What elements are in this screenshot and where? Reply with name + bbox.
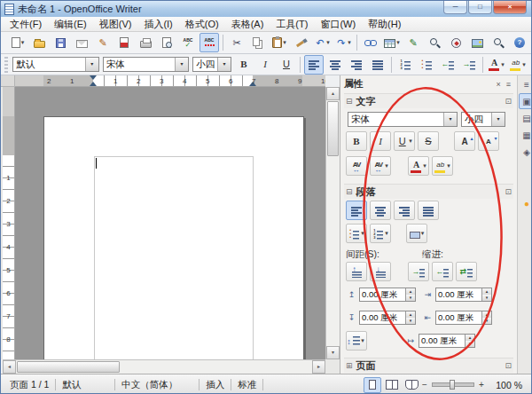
gallery-button[interactable]	[467, 33, 487, 52]
view-single-page-button[interactable]	[364, 377, 381, 393]
styles-tab-icon[interactable]: ▤	[519, 110, 532, 126]
hyperlink-button[interactable]	[361, 33, 380, 52]
spin-down-icon[interactable]: ▾	[406, 295, 415, 301]
section-page[interactable]: ⊞ 页面 ⊡	[344, 358, 513, 373]
sidebar-decrease-indent-button[interactable]	[432, 262, 453, 281]
font-name-combo[interactable]: 宋体 ▾	[103, 57, 189, 72]
grow-font-button[interactable]: A	[454, 131, 475, 151]
underline-button[interactable]: U	[277, 55, 296, 75]
spin-down-icon[interactable]: ▾	[482, 295, 491, 301]
sidebar-font-color-button[interactable]: A▾	[408, 156, 429, 176]
spin-up-icon[interactable]: ▴	[406, 311, 415, 318]
sidebar-numbered-list-button[interactable]: ▾	[370, 224, 391, 243]
status-selection-mode[interactable]: 标准	[234, 379, 260, 391]
menu-tools[interactable]: 工具(T)	[270, 17, 314, 32]
menu-format[interactable]: 格式(O)	[179, 17, 225, 32]
spin-up-icon[interactable]: ▴	[482, 288, 491, 295]
menu-insert[interactable]: 插入(I)	[137, 17, 178, 32]
copy-button[interactable]	[248, 33, 268, 52]
zoom-in-icon[interactable]: +	[478, 380, 485, 390]
increase-indent-button[interactable]	[459, 55, 479, 75]
minimize-button[interactable]: ─	[443, 1, 467, 14]
spin-up-icon[interactable]: ▴	[406, 288, 415, 295]
spin-up-icon[interactable]: ▴	[482, 311, 491, 318]
align-left-button[interactable]	[304, 55, 324, 75]
indent-before-field[interactable]: 0.00 厘米 ▴▾	[435, 288, 492, 302]
section-character[interactable]: ⊟ 文字 ⊡	[344, 93, 513, 108]
first-line-indent-field[interactable]: 0.00 厘米 ▴▾	[419, 334, 475, 348]
sidebar-bullet-list-button[interactable]: ▾	[346, 224, 367, 243]
spin-down-icon[interactable]: ▾	[406, 318, 415, 324]
sidebar-align-center-button[interactable]	[370, 201, 391, 220]
spin-down-icon[interactable]: ▾	[482, 318, 491, 324]
indent-after-field[interactable]: 0.00 厘米 ▴▾	[435, 311, 492, 325]
vertical-scrollbar[interactable]: ▴ ▾	[325, 87, 340, 359]
save-button[interactable]	[51, 33, 70, 52]
zoom-slider-thumb[interactable]	[450, 380, 455, 390]
status-page-count[interactable]: 页面 1 / 1	[6, 379, 52, 391]
paragraph-style-combo[interactable]: 默认 ▾	[12, 57, 98, 72]
sidebar-align-left-button[interactable]	[346, 201, 367, 220]
left-indent-marker[interactable]	[90, 82, 97, 86]
sidebar-font-name-combo[interactable]: 宋体 ▾	[348, 112, 458, 127]
auto-spellcheck-button[interactable]	[200, 33, 219, 52]
horizontal-scroll-thumb[interactable]	[17, 361, 120, 373]
view-multi-page-button[interactable]	[383, 377, 401, 393]
gallery-tab-icon[interactable]: ▦	[519, 127, 532, 143]
highlighting-button[interactable]: ab▾	[508, 55, 528, 75]
collapse-icon[interactable]: ⊟	[346, 187, 353, 196]
document-page[interactable]	[43, 116, 304, 359]
vertical-ruler[interactable]: 12345678	[3, 87, 15, 359]
zoom-level[interactable]: 100 %	[485, 380, 526, 390]
scroll-up-icon[interactable]: ▴	[326, 87, 340, 100]
scroll-down-icon[interactable]: ▾	[326, 346, 340, 359]
spellcheck-button[interactable]	[178, 33, 198, 52]
decrease-char-spacing-button[interactable]: AV▾	[370, 156, 391, 176]
open-button[interactable]	[29, 33, 49, 52]
collapse-icon[interactable]: ⊟	[346, 97, 353, 106]
menu-table[interactable]: 表格(A)	[225, 17, 270, 32]
menu-file[interactable]: 文件(F)	[4, 17, 48, 32]
italic-button[interactable]: I	[255, 55, 275, 75]
draw-functions-button[interactable]: ✎	[403, 33, 423, 52]
format-paintbrush-button[interactable]	[291, 33, 310, 52]
export-pdf-button[interactable]	[114, 33, 134, 52]
help-button[interactable]	[510, 33, 529, 52]
line-spacing-button[interactable]: ▾	[346, 331, 367, 351]
font-size-combo[interactable]: 小四 ▾	[192, 57, 231, 72]
font-color-button[interactable]: A▾	[487, 55, 506, 75]
decrease-indent-button[interactable]	[438, 55, 458, 75]
scroll-left-icon[interactable]: ◂	[3, 360, 16, 374]
table-button[interactable]: ▾	[382, 33, 402, 52]
sidebar-bold-button[interactable]: B	[346, 131, 367, 151]
increase-para-spacing-button[interactable]	[346, 262, 367, 281]
align-justify-button[interactable]	[368, 55, 387, 75]
section-paragraph[interactable]: ⊟ 段落 ⊡	[344, 184, 513, 199]
align-center-button[interactable]	[325, 55, 345, 75]
sidebar-align-right-button[interactable]	[394, 201, 415, 220]
new-document-button[interactable]: ▾	[8, 33, 27, 52]
menu-view[interactable]: 视图(V)	[93, 17, 138, 32]
view-book-button[interactable]	[403, 377, 420, 393]
page-preview-button[interactable]	[157, 33, 176, 52]
sidebar-underline-button[interactable]: U▾	[394, 131, 415, 151]
email-button[interactable]	[72, 33, 91, 52]
menu-edit[interactable]: 编辑(E)	[48, 17, 93, 32]
zoom-slider[interactable]	[432, 382, 474, 387]
toolbar-grip[interactable]	[4, 57, 8, 73]
sidebar-menu-icon[interactable]: ≡	[519, 76, 532, 92]
navigator-tab-icon[interactable]: ◈	[519, 144, 532, 160]
zoom-out-icon[interactable]: −	[421, 380, 428, 390]
round-badge-icon[interactable]: ●	[519, 195, 532, 211]
first-line-indent-marker[interactable]	[90, 75, 97, 80]
status-language[interactable]: 中文（简体）	[118, 379, 196, 391]
shrink-font-button[interactable]: A	[478, 131, 499, 151]
sidebar-italic-button[interactable]: I	[370, 131, 391, 151]
sidebar-increase-indent-button[interactable]	[408, 262, 429, 281]
vertical-scroll-thumb[interactable]	[327, 101, 339, 156]
increase-char-spacing-button[interactable]: AV	[346, 156, 367, 176]
properties-tab-icon[interactable]: ▣	[519, 93, 532, 109]
status-page-style[interactable]: 默认	[59, 379, 112, 391]
print-button[interactable]	[136, 33, 155, 52]
undo-button[interactable]: ↶▾	[312, 33, 332, 52]
